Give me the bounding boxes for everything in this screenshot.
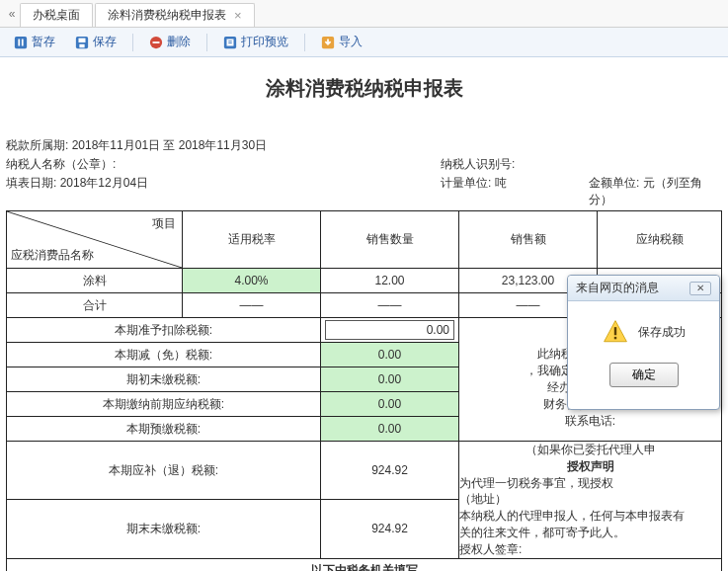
cell-val[interactable]: 0.00: [321, 367, 459, 392]
cell-name: 合计: [7, 293, 183, 318]
save-button[interactable]: 保存: [67, 31, 124, 53]
cell-val: 924.92: [321, 442, 459, 500]
dialog-titlebar[interactable]: 来自网页的消息 ✕: [568, 276, 719, 301]
fill-date-value: 2018年12月04日: [60, 176, 148, 190]
import-label: 导入: [339, 34, 363, 50]
pause-label: 暂存: [32, 34, 55, 50]
svg-rect-1: [18, 39, 20, 45]
period-label: 税款所属期:: [6, 138, 72, 152]
svg-rect-0: [15, 36, 27, 47]
toolbar-separator: [132, 34, 133, 51]
amount-unit-label: 金额单位: 元（列至角分）: [589, 175, 722, 208]
payer-id-label: 纳税人识别号:: [441, 156, 589, 173]
auth-heading: 授权声明: [459, 458, 721, 475]
import-button[interactable]: 导入: [313, 31, 370, 53]
svg-rect-4: [79, 38, 86, 41]
col-rate: 适用税率: [183, 211, 321, 269]
save-label: 保存: [93, 34, 117, 50]
page-title: 涂料消费税纳税申报表: [6, 75, 722, 102]
print-icon: [223, 36, 237, 49]
dialog-message: 保存成功: [638, 324, 686, 341]
tab-close-icon[interactable]: ×: [234, 8, 242, 23]
cell-name: 涂料: [7, 269, 183, 293]
col-project: 项目: [152, 215, 176, 232]
unit-label: 计量单位: 吨: [441, 175, 589, 208]
row-label: 本期缴纳前期应纳税额:: [7, 392, 321, 417]
dialog-close-icon[interactable]: ✕: [689, 282, 711, 295]
toolbar: 暂存 保存 删除 打印预览 导入: [0, 28, 728, 57]
delete-button[interactable]: 删除: [141, 31, 199, 53]
svg-rect-10: [228, 41, 232, 41]
period-value: 2018年11月01日 至 2018年11月30日: [72, 138, 267, 152]
row-supplement: 本期应补（退）税额: 924.92 （如果你已委托代理人申 授权声明 为代理一切…: [7, 442, 722, 500]
row-label: 本期应补（退）税额:: [7, 442, 321, 500]
section2-title: 以下由税务机关填写: [6, 559, 722, 571]
print-preview-button[interactable]: 打印预览: [215, 31, 296, 53]
cell-qty: ——: [321, 293, 459, 318]
row-label: 本期准予扣除税额:: [7, 318, 321, 343]
row-label: 期初未缴税额:: [7, 367, 321, 392]
delete-icon: [149, 36, 163, 49]
message-dialog: 来自网页的消息 ✕ 保存成功 确定: [567, 275, 720, 410]
cell-val: 924.92: [321, 500, 459, 558]
cell-val[interactable]: 0.00: [321, 343, 459, 367]
preview-label: 打印预览: [241, 34, 288, 50]
svg-rect-15: [613, 337, 615, 339]
cell-val[interactable]: 0.00: [321, 318, 459, 343]
pause-button[interactable]: 暂存: [6, 31, 63, 53]
row-label: 本期预缴税额:: [7, 417, 321, 442]
tab-label: 办税桌面: [33, 7, 80, 24]
col-amount: 销售额: [459, 211, 598, 269]
toolbar-separator: [304, 34, 305, 51]
cell-val[interactable]: 0.00: [321, 392, 459, 417]
svg-rect-11: [228, 42, 232, 43]
auth-block: （如果你已委托代理人申 授权声明 为代理一切税务事宜，现授权 （地址） 本纳税人…: [459, 442, 722, 559]
save-icon: [75, 36, 89, 49]
warning-icon: [603, 319, 628, 345]
dialog-title: 来自网页的消息: [576, 280, 659, 296]
svg-rect-5: [79, 43, 84, 47]
pause-icon: [14, 36, 28, 49]
import-icon: [321, 36, 335, 49]
row-label: 本期减（免）税额:: [7, 343, 321, 367]
payer-name-label: 纳税人名称（公章）:: [6, 156, 441, 173]
tab-desktop[interactable]: 办税桌面: [20, 3, 93, 27]
dialog-ok-button[interactable]: 确定: [609, 363, 679, 387]
svg-rect-14: [613, 327, 615, 335]
svg-rect-7: [153, 41, 160, 43]
col-product: 应税消费品名称: [11, 247, 94, 264]
cell-rate: ——: [183, 293, 321, 318]
toolbar-separator: [206, 34, 207, 51]
diag-header: 项目 应税消费品名称: [7, 211, 183, 269]
cell-rate[interactable]: 4.00%: [183, 269, 321, 293]
tab-bar: « 办税桌面 涂料消费税纳税申报表 ×: [0, 0, 728, 28]
cell-val[interactable]: 0.00: [321, 417, 459, 442]
tab-report[interactable]: 涂料消费税纳税申报表 ×: [95, 3, 255, 27]
fill-date-label: 填表日期:: [6, 176, 60, 190]
delete-label: 删除: [167, 34, 191, 50]
svg-rect-2: [22, 39, 24, 45]
tab-label: 涂料消费税纳税申报表: [108, 7, 226, 24]
row-label: 期末未缴税额:: [7, 500, 321, 558]
tabs-scroll-left[interactable]: «: [4, 0, 20, 27]
meta-block: 税款所属期: 2018年11月01日 至 2018年11月30日 纳税人名称（公…: [6, 137, 722, 208]
cell-qty[interactable]: 12.00: [321, 269, 459, 293]
col-qty: 销售数量: [321, 211, 459, 269]
col-tax: 应纳税额: [598, 211, 722, 269]
